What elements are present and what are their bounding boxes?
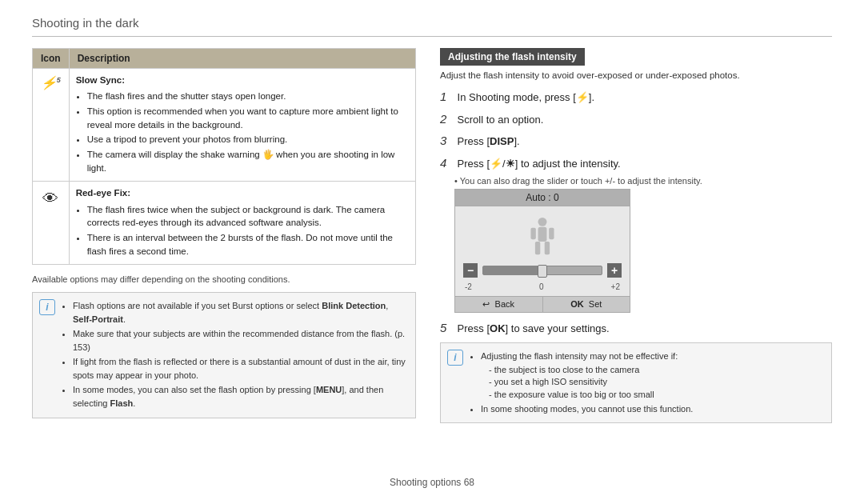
list-item: This option is recommended when you want… [87,105,409,131]
red-eye-bullets: The flash fires twice when the subject o… [76,203,409,258]
slider-fill [483,266,542,274]
list-item: the subject is too close to the camera [489,364,823,376]
slow-sync-desc: Slow Sync: The flash fires and the shutt… [69,69,415,182]
section-desc: Adjust the flash intensity to avoid over… [440,69,832,82]
slider-track[interactable] [482,266,602,275]
red-eye-fix-icon: 👁 [42,190,58,207]
step-5: 5 Press [OK] to save your settings. [440,319,832,338]
step-num-1: 1 [440,88,454,106]
list-item: The camera will display the shake warnin… [87,148,409,174]
slider-thumb[interactable] [538,265,547,278]
step-text-4: Press [⚡/☀] to adjust the intensity. [454,156,621,172]
page-title: Shooting in the dark [32,16,832,37]
step-text-1: In Shooting mode, press [⚡]. [454,90,594,106]
list-item: In some shooting modes, you cannot use t… [481,402,823,416]
step-4: 4 Press [⚡/☀] to adjust the intensity. [440,154,832,173]
label-zero: 0 [539,282,544,291]
camera-ui-body: − + -2 0 +2 [455,206,630,296]
right-column: Adjusting the flash intensity Adjust the… [440,48,832,466]
label-plus2: +2 [611,282,620,291]
slow-sync-bullets: The flash fires and the shutter stays op… [76,90,409,174]
step5-list: 5 Press [OK] to save your settings. [440,319,832,338]
slow-sync-icon: ⚡5 [41,76,61,90]
step-text-2: Scroll to an option. [454,112,543,128]
steps-list: 1 In Shooting mode, press [⚡]. 2 Scroll … [440,88,832,172]
svg-rect-2 [535,242,540,254]
list-item: Adjusting the flash intensity may not be… [481,350,823,402]
dash-list: the subject is too close to the camera y… [481,364,823,401]
info-icon: i [39,299,55,315]
svg-point-0 [538,218,547,226]
step-3: 3 Press [DISP]. [440,132,832,150]
section-header: Adjusting the flash intensity [440,48,585,66]
list-item: In some modes, you can also set the flas… [73,383,407,410]
red-eye-fix-desc: Red-eye Fix: The flash fires twice when … [69,182,415,265]
slow-sync-label: Slow Sync: [76,74,409,87]
silhouette-svg [526,217,558,257]
table-row: ⚡5 Slow Sync: The flash fires and the sh… [33,69,416,182]
minus-button[interactable]: − [463,263,478,278]
right-info-bullets: Adjusting the flash intensity may not be… [470,350,823,416]
ok-set-button[interactable]: OK Set [543,297,630,312]
list-item: you set a high ISO sensitivity [489,376,823,388]
step-num-4: 4 [440,154,454,173]
list-item: There is an interval between the 2 burst… [87,231,409,258]
list-item: the exposure value is too big or too sma… [489,389,823,401]
slow-sync-icon-cell: ⚡5 [33,69,70,182]
left-column: Icon Description ⚡5 Slow Sync: The flas [32,48,416,466]
red-eye-icon-cell: 👁 [33,182,70,265]
camera-ui-header: Auto : 0 [455,190,630,206]
step4-sub: • You can also drag the slider or touch … [454,176,832,186]
list-item: Use a tripod to prevent your photos from… [87,133,409,146]
back-button[interactable]: ↩ Back [455,297,543,312]
list-item: Flash options are not available if you s… [73,299,407,326]
camera-slider-ui: Auto : 0 [454,189,630,313]
flash-intensity-section: Adjusting the flash intensity Adjust the… [440,48,832,423]
list-item: The flash fires twice when the subject o… [87,203,409,230]
person-silhouette [518,214,566,258]
svg-rect-5 [549,227,554,239]
main-content: Icon Description ⚡5 Slow Sync: The flas [32,48,832,466]
slider-labels: -2 0 +2 [463,282,622,291]
info-box: i Flash options are not available if you… [32,292,416,418]
available-note: Available options may differ depending o… [32,274,416,284]
step-num-2: 2 [440,110,454,129]
step-text-3: Press [DISP]. [454,134,520,150]
table-row: 👁 Red-eye Fix: The flash fires twice whe… [33,182,416,265]
list-item: Make sure that your subjects are within … [73,327,407,354]
info-bullets: Flash options are not available if you s… [62,299,407,410]
svg-rect-4 [530,227,535,239]
page-container: Shooting in the dark Icon Description ⚡5 [0,0,864,504]
label-minus2: -2 [465,282,472,291]
right-info-icon: i [447,350,463,366]
svg-rect-3 [545,242,550,254]
list-item: If light from the flash is reflected or … [73,355,407,382]
svg-rect-1 [538,226,547,241]
table-header-description: Description [69,49,415,69]
table-header-icon: Icon [33,49,70,69]
step-2: 2 Scroll to an option. [440,110,832,129]
step-text-5: Press [OK] to save your settings. [454,321,610,337]
camera-ui-footer: ↩ Back OK Set [455,296,630,312]
red-eye-fix-label: Red-eye Fix: [76,186,409,200]
step-num-5: 5 [440,319,454,338]
slider-row: − + [463,263,622,278]
list-item: The flash fires and the shutter stays op… [87,90,409,103]
page-footer: Shooting options 68 [32,470,832,488]
icon-description-table: Icon Description ⚡5 Slow Sync: The flas [32,48,416,265]
step-1: 1 In Shooting mode, press [⚡]. [440,88,832,106]
right-info-box: i Adjusting the flash intensity may not … [440,342,832,423]
plus-button[interactable]: + [607,263,622,278]
step-num-3: 3 [440,132,454,150]
